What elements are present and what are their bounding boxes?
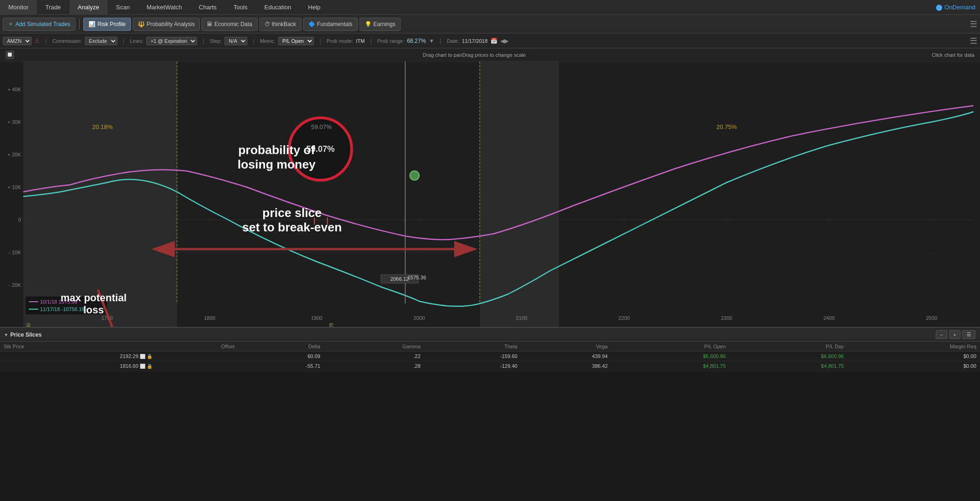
col-vega: Vega [521,342,612,352]
probability-circle: 59.07% [288,116,353,182]
cell-delta-1: 60.09 [238,352,324,361]
chart-svg: 2066.12 1575.36 + 40K + 30K + 20K + 10K … [0,61,980,327]
lock-icon-1[interactable]: 🔒 [147,354,152,359]
step-select[interactable]: N/A [225,37,247,45]
max-loss-arrow [61,285,144,327]
chart-hint-bar: ⬜ Drag chart to panDrag prices to change… [0,48,980,61]
nav-trade[interactable]: Trade [37,0,69,15]
price-slices-header: ▾ Price Slices − + ☰ [0,328,980,342]
nav-monitor[interactable]: Monitor [0,0,37,15]
alert-icon: ⚠ [34,38,40,44]
nav-tools[interactable]: Tools [225,0,256,15]
fundamentals-icon: 🔷 [308,21,315,27]
price-slices-minus-button[interactable]: − [936,330,947,339]
svg-text:1816.80: 1816.80 [26,323,31,327]
svg-text:2192.29: 2192.29 [329,323,334,327]
stepper-icon-1[interactable]: ⬜ [140,354,145,359]
metric-select[interactable]: P/L Open [278,37,314,45]
svg-text:0: 0 [18,217,21,223]
col-theta: Theta [424,342,521,352]
toolbar-separator-1 [79,19,80,30]
svg-text:+ 20K: + 20K [7,152,21,157]
col-pl-open: P/L Open [612,342,729,352]
cell-vega-2: 386.42 [521,361,612,371]
earnings-icon: 💡 [365,21,372,27]
cell-pl-open-2: $4,801.75 [612,361,729,371]
toolbar-menu-icon[interactable]: ☰ [970,20,977,29]
lock-icon-2[interactable]: 🔒 [147,364,152,369]
cell-margin-1: $0.00 [848,352,980,361]
cell-delta-2: -55.71 [238,361,324,371]
cell-margin-2: $0.00 [848,361,980,371]
svg-text:+ 30K: + 30K [7,119,21,125]
price-slices-section: ▾ Price Slices − + ☰ Stk Price Offset De… [0,327,980,371]
col-margin-req: Margin Req [848,342,980,352]
lines-select[interactable]: +1 @ Expiration [146,37,197,45]
col-pl-day: P/L Day [729,342,847,352]
probability-analysis-button[interactable]: 🔱 Probability Analysis [133,18,200,31]
add-simulated-trades-button[interactable]: ＋ Add Simulated Trades [3,18,75,31]
table-header-row: Stk Price Offset Delta Gamma Theta Vega … [0,342,980,352]
economic-icon: 🏛 [207,21,212,27]
chart-hint-text: Drag chart to panDrag prices to change s… [422,52,525,58]
table-row: 2192.29 ⬜ 🔒 60.09 .22 -159.60 439.94 $6,… [0,352,980,361]
price-slices-menu-button[interactable]: ☰ [962,330,975,339]
svg-text:- 20K: - 20K [9,282,21,288]
nav-help[interactable]: Help [299,0,329,15]
nav-marketwatch[interactable]: MarketWatch [138,0,191,15]
stepper-icon-2[interactable]: ⬜ [140,364,145,369]
probability-icon: 🔱 [138,21,145,27]
cell-stk-price-2: 1816.60 ⬜ 🔒 [0,361,156,371]
plus-icon: ＋ [8,20,14,28]
svg-text:2200: 2200 [619,315,630,321]
top-nav: Monitor Trade Analyze Scan MarketWatch C… [0,0,980,15]
nav-scan[interactable]: Scan [108,0,138,15]
svg-text:2066.12: 2066.12 [390,276,409,282]
prob-circle-value: 59.07% [306,144,334,154]
price-slices-actions: − + ☰ [936,330,975,339]
thinkback-button[interactable]: ⏱ thinkBack [259,18,301,31]
svg-text:2100: 2100 [516,315,527,321]
col-offset: Offset [156,342,238,352]
price-slice-arrow [165,237,463,261]
svg-text:20.18%: 20.18% [92,123,113,130]
fundamentals-button[interactable]: 🔷 Fundamentals [303,18,358,31]
cell-offset-2 [156,361,238,371]
nav-analyze[interactable]: Analyze [69,0,108,15]
nav-charts[interactable]: Charts [191,0,225,15]
price-slices-toggle[interactable]: ▾ [5,332,7,338]
cell-pl-open-1: $6,600.96 [612,352,729,361]
nav-education[interactable]: Education [256,0,299,15]
svg-line-58 [98,290,121,327]
commission-select[interactable]: Exclude [85,37,117,45]
cell-offset-1 [156,352,238,361]
price-slices-table: Stk Price Offset Delta Gamma Theta Vega … [0,342,980,371]
risk-profile-icon: 📊 [88,21,95,27]
toolbar: ＋ Add Simulated Trades 📊 Risk Profile 🔱 … [0,15,980,34]
svg-text:2400: 2400 [823,315,835,321]
svg-text:2000: 2000 [414,315,425,321]
symbol-group: AMZN ⚠ [3,37,40,45]
cell-gamma-1: .22 [324,352,424,361]
table-row: 1816.60 ⬜ 🔒 -55.71 .28 -129.40 386.42 $4… [0,361,980,371]
toolbar2: AMZN ⚠ | Commission: Exclude | Lines: +1… [0,34,980,48]
cell-theta-1: -159.60 [424,352,521,361]
toolbar2-menu-icon[interactable]: ☰ [970,36,977,46]
chart-hint-icon: ⬜ [6,51,14,59]
calendar-icon[interactable]: 📅 [490,38,497,44]
date-arrows-icon[interactable]: ◀▶ [500,38,509,44]
thinkback-icon: ⏱ [265,21,270,27]
svg-text:- 10K: - 10K [9,250,21,255]
economic-data-button[interactable]: 🏛 Economic Data [202,18,257,31]
earnings-button[interactable]: 💡 Earnings [360,18,401,31]
symbol-select[interactable]: AMZN [3,37,32,45]
chart-area[interactable]: 2066.12 1575.36 + 40K + 30K + 20K + 10K … [0,61,980,327]
svg-text:2500: 2500 [926,315,937,321]
svg-text:1900: 1900 [311,315,322,321]
col-delta: Delta [238,342,324,352]
risk-profile-button[interactable]: 📊 Risk Profile [83,18,131,31]
price-slices-plus-button[interactable]: + [949,330,960,339]
svg-text:+ 40K: + 40K [7,87,21,92]
prob-range-down-icon[interactable]: ▼ [429,38,434,44]
svg-rect-2 [480,61,559,327]
